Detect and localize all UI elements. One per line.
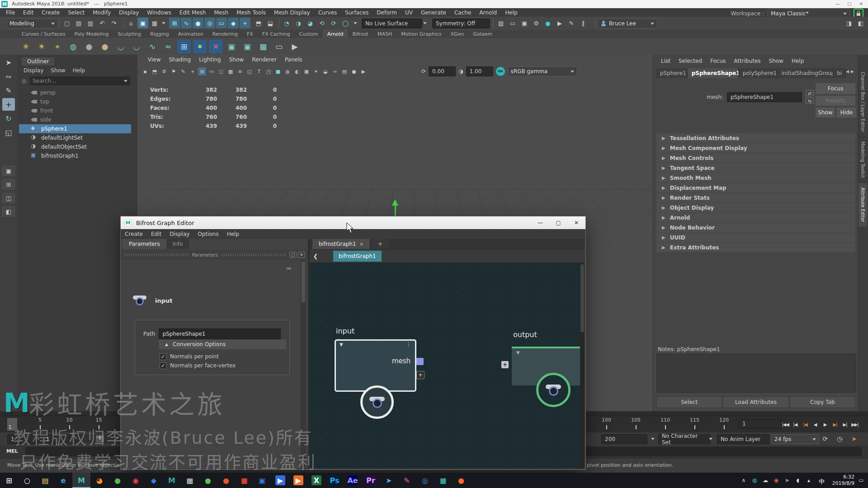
list-item[interactable]: pSphere1 xyxy=(19,124,131,133)
outliner-menu-item[interactable]: Display xyxy=(20,67,47,74)
scrollbar-thumb[interactable] xyxy=(580,264,584,332)
open-scene-icon[interactable]: ▤ xyxy=(73,18,84,28)
2d-pan-zoom-icon[interactable]: + xyxy=(189,67,197,75)
go-to-start-button[interactable]: |◀◀ xyxy=(780,419,790,430)
shadows-icon[interactable]: ▣ xyxy=(302,67,311,75)
shaded-icon[interactable]: ■ xyxy=(274,67,282,75)
attribute-editor-footer-button[interactable]: Load Attributes xyxy=(723,396,788,408)
shelf-tab[interactable]: Bifrost xyxy=(348,30,373,38)
list-item[interactable]: top xyxy=(19,97,131,106)
play-backwards-button[interactable]: ◀ xyxy=(810,419,820,430)
attribute-section-header[interactable]: ▶ UUID xyxy=(656,233,855,242)
list-item[interactable]: persp xyxy=(19,88,131,97)
firefox-icon[interactable]: ◕ xyxy=(90,473,108,488)
foxmail-icon[interactable]: ● xyxy=(217,473,235,488)
list-item[interactable]: bifrostGraph1 xyxy=(19,151,131,160)
shelf-tab[interactable]: XGen xyxy=(446,30,469,38)
close-tab-icon[interactable]: ✕ xyxy=(360,242,363,247)
bifrost-menu-item[interactable]: Edit xyxy=(147,230,165,239)
attribute-editor-footer-button[interactable]: Copy Tab xyxy=(790,396,855,408)
render-settings-icon[interactable]: ⚙ xyxy=(531,18,542,28)
node-graph-canvas[interactable]: input ▼ ⋮ mesh + output ▼ + xyxy=(310,263,580,469)
arnold-area-light-icon[interactable]: ✳ xyxy=(19,40,33,53)
input-method-indicator[interactable]: 中 xyxy=(819,477,825,485)
camera-attributes-icon[interactable]: ⚙ xyxy=(160,67,168,75)
attribute-section-header[interactable]: ▶ Displacement Map xyxy=(656,183,855,192)
conversion-options-header[interactable]: ▲ Conversion Options xyxy=(159,339,286,349)
node-menu-icon[interactable]: ⋮ xyxy=(406,341,411,347)
chevron-down-icon[interactable] xyxy=(651,438,655,440)
potplayer-icon[interactable]: ▶ xyxy=(271,473,289,488)
swirl-tool-icon[interactable]: ∿ xyxy=(146,40,159,53)
range-slider-handle[interactable]: 1 xyxy=(96,435,104,442)
window-titlebar[interactable]: M Autodesk Maya 2018: untitled* --- pSph… xyxy=(0,0,868,8)
close-button[interactable]: ✕ xyxy=(855,0,867,7)
attribute-editor-footer-button[interactable]: Select xyxy=(656,396,722,408)
attribute-editor-menu-item[interactable]: List xyxy=(657,56,675,65)
step-back-key-button[interactable]: |◀ xyxy=(800,419,810,430)
adobe-app-icon[interactable]: ■ xyxy=(235,473,253,488)
add-port-button[interactable]: + xyxy=(416,371,425,379)
textured-icon[interactable]: ◍ xyxy=(283,67,292,75)
viewport-menu-item[interactable]: Panels xyxy=(281,56,307,63)
input-connections-icon[interactable]: ◔ xyxy=(281,18,292,28)
bifrost-pane-tab[interactable]: Info xyxy=(166,239,189,249)
maya-pinned-icon[interactable]: M xyxy=(163,473,181,488)
scrollbar-thumb[interactable] xyxy=(302,262,305,302)
exposure-field[interactable]: 0.00 xyxy=(429,66,456,76)
menu-item[interactable]: Curves xyxy=(314,8,341,17)
field-chart-icon[interactable]: ≡ xyxy=(236,67,244,75)
shelf-tab[interactable]: Rendering xyxy=(208,30,242,38)
list-item[interactable]: side xyxy=(19,115,131,124)
gpu-cache-icon[interactable]: ✶ xyxy=(193,40,207,53)
twitter-app-icon[interactable]: ➤ xyxy=(380,473,398,488)
refresh-icon[interactable]: ⟳ xyxy=(328,18,339,28)
snap-view-plane-icon[interactable]: ▭ xyxy=(216,18,227,28)
input-node-bubble-icon[interactable] xyxy=(360,385,394,419)
chevron-down-icon[interactable] xyxy=(423,22,427,24)
menu-item[interactable]: Create xyxy=(38,8,64,17)
outliner-menu-item[interactable]: Show xyxy=(47,67,69,74)
after-effects-icon[interactable]: Ae xyxy=(344,473,362,488)
attribute-editor-tab[interactable]: pSphere1 xyxy=(656,68,688,78)
gate-mask-icon[interactable]: ▩ xyxy=(226,67,235,75)
show-output-connections-icon[interactable]: ⇆ xyxy=(806,98,814,104)
shelf-tab[interactable]: FX Caching xyxy=(258,30,295,38)
shelf-tab[interactable]: Rigging xyxy=(146,30,174,38)
menu-item[interactable]: Mesh xyxy=(210,8,232,17)
tray-teal-app-icon[interactable]: ◍ xyxy=(750,474,760,487)
history-toggle-icon[interactable]: ◯ xyxy=(340,18,351,28)
hidden-icons-chevron[interactable]: ∧ xyxy=(739,474,749,487)
input-node[interactable]: ▼ ⋮ mesh xyxy=(335,339,416,392)
move-manipulator-y-arrow-icon[interactable] xyxy=(392,199,398,206)
layout-outliner-persp-icon[interactable]: ◧ xyxy=(2,206,15,216)
character-set-dropdown[interactable]: No Character Set xyxy=(658,434,711,444)
snap-extra-icon[interactable]: + xyxy=(240,18,250,28)
viewport-menu-item[interactable]: Shading xyxy=(165,56,195,63)
menu-item[interactable]: UV xyxy=(401,8,417,17)
clock[interactable]: 6:32 2019/8/9 xyxy=(832,474,854,487)
add-input-port-button[interactable]: + xyxy=(501,361,509,368)
command-line-language-label[interactable]: MEL xyxy=(6,448,18,454)
menu-item[interactable]: Select xyxy=(64,8,89,17)
bifrost-menu-item[interactable]: Display xyxy=(165,230,193,239)
mesh-output-port[interactable] xyxy=(416,358,424,365)
multisampling-icon[interactable]: ≈ xyxy=(331,67,339,75)
maximize-button[interactable]: ▢ xyxy=(844,0,855,7)
viewport-menu-item[interactable]: View xyxy=(144,56,165,63)
attribute-section-header[interactable]: ▶ Mesh Controls xyxy=(656,153,855,163)
image-sequence-icon[interactable]: ▣ xyxy=(241,40,254,53)
grid-toggle-icon[interactable]: ⊞ xyxy=(198,67,206,75)
checkbox[interactable]: ✓ xyxy=(160,362,166,369)
checkbox-row[interactable]: ✓ Normals per face-vertex xyxy=(160,361,236,370)
gamma-field[interactable]: 1.00 xyxy=(466,66,493,76)
snap-point-icon[interactable]: ● xyxy=(193,18,203,28)
select-tool-icon[interactable]: ➤ xyxy=(2,56,15,69)
premiere-icon[interactable]: Pr xyxy=(362,473,380,488)
attribute-editor-tab[interactable]: pSphereShape1 xyxy=(688,68,739,78)
shelf-tab[interactable]: FX xyxy=(242,30,258,38)
viewport-menu-item[interactable]: Renderer xyxy=(248,56,281,63)
attribute-editor-tab[interactable]: bi xyxy=(833,68,846,78)
attribute-section-header[interactable]: ▶ Node Behavior xyxy=(656,223,855,232)
isolate-select-icon[interactable]: ● xyxy=(350,67,358,75)
